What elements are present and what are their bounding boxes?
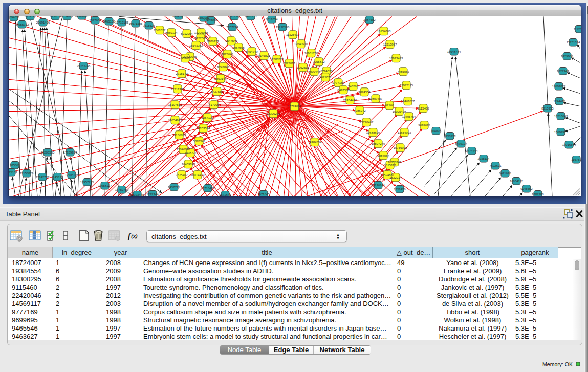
svg-text:8990448: 8990448 — [308, 70, 320, 73]
svg-text:8912704: 8912704 — [172, 16, 185, 17]
svg-text:19384554: 19384554 — [308, 141, 322, 144]
svg-text:20364436: 20364436 — [343, 99, 357, 102]
svg-text:16210643: 16210643 — [554, 115, 568, 118]
svg-text:8186323: 8186323 — [207, 40, 219, 43]
svg-text:1244415: 1244415 — [553, 100, 565, 103]
svg-text:417006: 417006 — [209, 103, 220, 106]
svg-text:5878342: 5878342 — [193, 140, 205, 143]
svg-text:6479197: 6479197 — [455, 142, 467, 145]
svg-text:8938923: 8938923 — [444, 135, 456, 138]
svg-text:12923448: 12923448 — [130, 193, 144, 196]
svg-text:1498222: 1498222 — [184, 151, 197, 155]
svg-text:12213383: 12213383 — [171, 87, 185, 91]
svg-text:18724007: 18724007 — [288, 105, 301, 108]
svg-text:13588520: 13588520 — [270, 58, 284, 61]
svg-text:9245652: 9245652 — [520, 187, 533, 190]
svg-text:16671385: 16671385 — [129, 22, 143, 25]
svg-text:1527602: 1527602 — [89, 19, 101, 22]
svg-text:1694031: 1694031 — [9, 16, 20, 19]
svg-text:7986372: 7986372 — [354, 109, 366, 112]
svg-text:15720407: 15720407 — [360, 121, 374, 124]
svg-text:164095: 164095 — [431, 129, 442, 133]
svg-text:17359924: 17359924 — [63, 151, 77, 154]
svg-text:1362615: 1362615 — [297, 66, 309, 69]
svg-text:12213967: 12213967 — [383, 43, 397, 46]
svg-text:13716485: 13716485 — [201, 187, 215, 190]
svg-text:1571645: 1571645 — [219, 193, 231, 196]
svg-text:8215955: 8215955 — [541, 107, 554, 110]
svg-text:6794028: 6794028 — [320, 70, 333, 73]
svg-text:1621072: 1621072 — [319, 76, 332, 79]
svg-text:3824554: 3824554 — [358, 91, 371, 94]
svg-text:16782759: 16782759 — [115, 188, 129, 191]
svg-text:2935114: 2935114 — [478, 157, 490, 160]
svg-text:1671645: 1671645 — [257, 193, 270, 196]
svg-text:10025438: 10025438 — [393, 110, 406, 113]
svg-text:12505135: 12505135 — [65, 173, 79, 177]
svg-text:9146821: 9146821 — [258, 54, 270, 57]
svg-text:12975115: 12975115 — [400, 84, 413, 87]
svg-text:9474444: 9474444 — [466, 149, 478, 152]
svg-text:9329966: 9329966 — [561, 55, 573, 58]
svg-text:15046748: 15046748 — [177, 148, 190, 151]
svg-text:9227343: 9227343 — [557, 70, 569, 73]
svg-text:13640910: 13640910 — [294, 42, 308, 46]
svg-text:2718170: 2718170 — [176, 72, 188, 75]
svg-text:29053346: 29053346 — [77, 64, 91, 68]
svg-text:16154808: 16154808 — [377, 30, 391, 33]
svg-text:10654112: 10654112 — [510, 180, 524, 183]
svg-text:9463118: 9463118 — [245, 16, 257, 18]
svg-text:13353594: 13353594 — [197, 127, 210, 130]
svg-text:9115460: 9115460 — [418, 107, 430, 110]
svg-text:9884067: 9884067 — [377, 154, 389, 157]
svg-text:7357274: 7357274 — [226, 26, 238, 29]
svg-text:3915163: 3915163 — [9, 171, 17, 174]
svg-text:10756928: 10756928 — [394, 146, 407, 149]
svg-text:13226058: 13226058 — [194, 31, 208, 34]
svg-text:20691406: 20691406 — [36, 21, 50, 24]
svg-text:6466160: 6466160 — [103, 20, 115, 23]
svg-text:2967608: 2967608 — [232, 46, 245, 49]
svg-text:7485063: 7485063 — [397, 70, 409, 73]
svg-text:7632621: 7632621 — [489, 164, 502, 167]
svg-text:13654923: 13654923 — [398, 131, 411, 134]
svg-text:17016504: 17016504 — [562, 143, 576, 146]
svg-text:10719185: 10719185 — [115, 21, 129, 24]
svg-text:985061: 985061 — [10, 164, 20, 167]
svg-text:62160: 62160 — [385, 104, 394, 107]
svg-text:16543382: 16543382 — [189, 44, 203, 47]
svg-text:116753: 116753 — [571, 158, 581, 161]
svg-text:1292344: 1292344 — [146, 193, 159, 196]
svg-text:7515526: 7515526 — [143, 24, 155, 27]
svg-text:10655267: 10655267 — [75, 16, 89, 17]
svg-text:17957255: 17957255 — [80, 181, 94, 184]
svg-text:15751074: 15751074 — [567, 41, 580, 44]
svg-text:(x): (x) — [131, 233, 138, 239]
svg-text:8454749: 8454749 — [246, 50, 258, 53]
svg-text:7663822: 7663822 — [154, 29, 166, 32]
svg-text:11325419: 11325419 — [286, 33, 300, 36]
svg-text:9699695: 9699695 — [418, 124, 430, 127]
svg-text:19463627: 19463627 — [401, 100, 415, 103]
svg-text:9875645: 9875645 — [221, 53, 233, 56]
svg-text:16914479: 16914479 — [191, 173, 205, 177]
svg-text:16107552: 16107552 — [168, 103, 182, 106]
svg-text:19218506: 19218506 — [276, 26, 290, 29]
svg-text:7955812: 7955812 — [313, 60, 325, 63]
svg-text:16648784: 16648784 — [447, 50, 461, 53]
svg-text:1603381: 1603381 — [198, 16, 210, 19]
svg-text:1988254: 1988254 — [49, 16, 61, 18]
svg-text:16961758: 16961758 — [304, 52, 318, 55]
svg-text:3267130: 3267130 — [201, 116, 213, 119]
svg-text:1145193: 1145193 — [52, 176, 64, 179]
svg-text:13495754: 13495754 — [402, 115, 416, 118]
svg-text:19654923: 19654923 — [168, 119, 182, 122]
svg-text:7625402: 7625402 — [176, 173, 188, 177]
svg-text:18300295: 18300295 — [267, 112, 280, 115]
svg-text:746266: 746266 — [348, 85, 359, 88]
svg-text:20206535: 20206535 — [41, 151, 55, 154]
svg-text:8322037: 8322037 — [283, 62, 295, 65]
svg-text:8427552: 8427552 — [211, 90, 223, 93]
svg-text:98961: 98961 — [181, 57, 190, 60]
svg-text:16409348: 16409348 — [182, 163, 195, 166]
